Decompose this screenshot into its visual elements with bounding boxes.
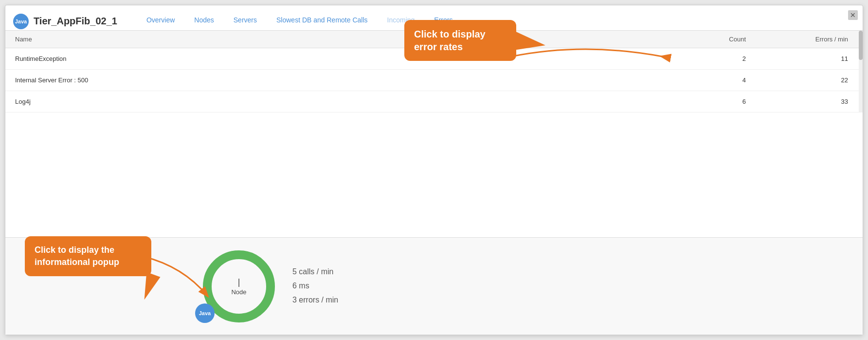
tab-nodes[interactable]: Nodes bbox=[184, 12, 223, 30]
errors-per-min-stat: 3 errors / min bbox=[292, 293, 338, 307]
error-rate: 11 bbox=[756, 55, 853, 62]
scrollbar-track[interactable] bbox=[859, 31, 863, 113]
error-name: Internal Server Error : 500 bbox=[15, 76, 658, 84]
tab-overview[interactable]: Overview bbox=[137, 12, 184, 30]
main-panel: Java Tier_AppFib_02_1 Overview Nodes Ser… bbox=[5, 5, 863, 335]
error-count: 4 bbox=[658, 76, 756, 84]
table-row[interactable]: Internal Server Error : 500 4 22 bbox=[5, 70, 863, 91]
col-header-errors: Errors / min bbox=[756, 36, 853, 43]
tab-servers[interactable]: Servers bbox=[224, 12, 267, 30]
error-rate: 33 bbox=[756, 98, 853, 105]
stats-text-block: 5 calls / min 6 ms 3 errors / min bbox=[292, 265, 338, 307]
app-title: Tier_AppFib_02_1 bbox=[34, 16, 117, 27]
error-name: Log4j bbox=[15, 98, 658, 105]
close-button[interactable]: ✕ bbox=[848, 10, 858, 20]
tab-slowest[interactable]: Slowest DB and Remote Calls bbox=[267, 12, 378, 30]
scrollbar-thumb[interactable] bbox=[859, 31, 863, 60]
callout-top: Click to display error rates bbox=[404, 20, 516, 61]
table-row[interactable]: Log4j 6 33 bbox=[5, 91, 863, 113]
java-icon: Java bbox=[13, 14, 29, 29]
java-badge: Java bbox=[195, 303, 215, 323]
ms-stat: 6 ms bbox=[292, 279, 338, 293]
callout-bottom: Click to display the informational popup bbox=[25, 236, 151, 276]
calls-per-min-stat: 5 calls / min bbox=[292, 265, 338, 279]
error-rate: 22 bbox=[756, 76, 853, 84]
error-count: 6 bbox=[658, 98, 756, 105]
